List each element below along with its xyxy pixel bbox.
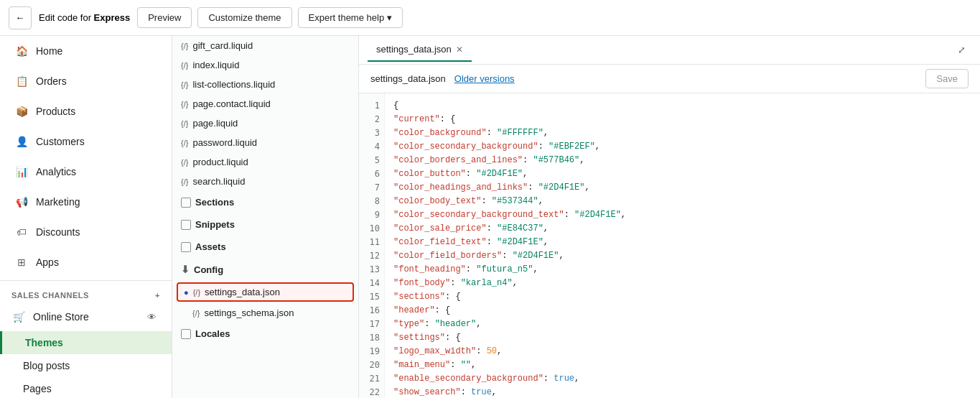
topbar: ← Edit code for Express Preview Customiz… (0, 0, 980, 36)
code-content[interactable]: {"current": {"color_background": "#FFFFF… (385, 93, 980, 398)
list-item[interactable]: {/} search.liquid (172, 172, 358, 191)
line-number: 6 (359, 167, 384, 181)
code-line: "color_headings_and_links": "#2D4F1E", (393, 181, 971, 195)
liquid-file-icon: {/} (181, 139, 188, 147)
code-line: { (393, 99, 971, 113)
sidebar-item-analytics[interactable]: 📊 Analytics (3, 157, 169, 186)
liquid-file-icon: {/} (181, 158, 188, 167)
code-line: "color_field_borders": "#2D4F1E", (393, 249, 971, 263)
line-number: 18 (359, 331, 384, 345)
sidebar-item-label: Customers (36, 136, 85, 147)
list-item-settings-schema[interactable]: {/} settings_schema.json (172, 303, 358, 323)
sidebar-item-pages[interactable]: Pages (0, 377, 172, 398)
online-store-label[interactable]: 🛒 Online Store (11, 310, 89, 324)
folder-sections[interactable]: Sections (172, 191, 358, 213)
code-line: "color_field_text": "#2D4F1E", (393, 236, 971, 249)
folder-assets[interactable]: Assets (172, 236, 358, 258)
apps-icon: ⊞ (14, 255, 29, 269)
sidebar-item-label: Home (36, 45, 62, 57)
liquid-file-icon: {/} (181, 61, 188, 70)
expert-help-button[interactable]: Expert theme help ▾ (298, 7, 403, 28)
main-layout: 🏠 Home 📋 Orders 📦 Products 👤 Customers 📊… (0, 36, 980, 398)
tab-close-button[interactable]: ✕ (456, 45, 463, 55)
sidebar-item-orders[interactable]: 📋 Orders (3, 67, 169, 96)
customize-theme-button[interactable]: Customize theme (197, 7, 291, 28)
save-button[interactable]: Save (925, 69, 969, 88)
liquid-file-icon: {/} (181, 42, 188, 50)
sidebar-item-apps[interactable]: ⊞ Apps (3, 248, 169, 277)
code-line: "font_body": "karla_n4", (393, 277, 971, 290)
back-button[interactable]: ← (9, 6, 32, 29)
line-number: 10 (359, 222, 384, 236)
sales-channels-label: SALES CHANNELS + (0, 284, 172, 302)
line-number: 4 (359, 140, 384, 154)
list-item[interactable]: {/} page.contact.liquid (172, 94, 358, 114)
line-number: 1 (359, 99, 384, 113)
folder-config[interactable]: ⬇ Config (172, 258, 358, 281)
liquid-file-icon: {/} (192, 309, 200, 318)
line-number: 15 (359, 290, 384, 304)
sidebar-item-products[interactable]: 📦 Products (3, 97, 169, 126)
list-item[interactable]: {/} product.liquid (172, 152, 358, 172)
list-item-settings-data[interactable]: ● {/} settings_data.json (177, 282, 354, 302)
line-numbers: 1234567891011121314151617181920212223242… (359, 93, 385, 398)
liquid-file-icon: {/} (181, 80, 188, 89)
analytics-icon: 📊 (14, 165, 29, 179)
sidebar-item-label: Marketing (36, 196, 80, 208)
code-editor[interactable]: 1234567891011121314151617181920212223242… (359, 93, 980, 398)
liquid-file-icon: {/} (181, 119, 188, 128)
code-line: "enable_secondary_background": true, (393, 372, 971, 386)
sidebar-item-marketing[interactable]: 📢 Marketing (3, 188, 169, 216)
home-icon: 🏠 (14, 44, 29, 58)
liquid-file-icon: {/} (181, 100, 188, 108)
list-item[interactable]: {/} password.liquid (172, 133, 358, 152)
line-number: 17 (359, 318, 384, 331)
add-channel-icon[interactable]: + (155, 291, 160, 300)
online-store-row: 🛒 Online Store 👁 (0, 302, 172, 331)
config-download-icon: ⬇ (181, 264, 190, 275)
code-line: "settings": { (393, 331, 971, 345)
folder-checkbox-assets (181, 242, 191, 252)
sidebar-item-blog-posts[interactable]: Blog posts (0, 354, 172, 377)
sidebar: 🏠 Home 📋 Orders 📦 Products 👤 Customers 📊… (0, 36, 172, 398)
code-line: "color_secondary_background": "#EBF2EF", (393, 140, 971, 154)
line-number: 8 (359, 195, 384, 208)
code-line: "type": "header", (393, 318, 971, 331)
sidebar-divider (0, 280, 172, 281)
tab-settings-data[interactable]: settings_data.json ✕ (368, 38, 472, 62)
code-line: "color_borders_and_lines": "#577B46", (393, 154, 971, 167)
folder-locales[interactable]: Locales (172, 323, 358, 345)
line-number: 11 (359, 236, 384, 249)
older-versions-link[interactable]: Older versions (454, 73, 515, 84)
dropdown-arrow-icon: ▾ (387, 12, 392, 23)
sidebar-item-label: Orders (36, 75, 67, 87)
sidebar-item-discounts[interactable]: 🏷 Discounts (3, 218, 169, 246)
topbar-title: Edit code for Express (39, 12, 130, 23)
visibility-toggle[interactable]: 👁 (143, 308, 160, 325)
sidebar-item-home[interactable]: 🏠 Home (3, 37, 169, 65)
list-item[interactable]: {/} index.liquid (172, 55, 358, 75)
line-number: 12 (359, 249, 384, 263)
line-number: 7 (359, 181, 384, 195)
sidebar-item-customers[interactable]: 👤 Customers (3, 127, 169, 156)
code-line: "sections": { (393, 290, 971, 304)
expand-editor-button[interactable]: ⤢ (951, 40, 971, 60)
line-number: 2 (359, 113, 384, 126)
code-line: "color_body_text": "#537344", (393, 195, 971, 208)
liquid-file-icon: {/} (193, 288, 200, 297)
sidebar-item-label: Analytics (36, 166, 76, 177)
list-item[interactable]: {/} page.liquid (172, 114, 358, 133)
list-item[interactable]: {/} list-collections.liquid (172, 75, 358, 94)
folder-snippets[interactable]: Snippets (172, 213, 358, 236)
preview-button[interactable]: Preview (137, 7, 192, 28)
code-line: "main_menu": "", (393, 358, 971, 372)
code-line: "color_background": "#FFFFFF", (393, 126, 971, 140)
folder-checkbox-sections (181, 198, 191, 208)
online-store-icon: 🛒 (11, 310, 26, 324)
liquid-file-icon: {/} (181, 177, 188, 186)
code-line: "color_secondary_background_text": "#2D4… (393, 208, 971, 222)
discounts-icon: 🏷 (14, 225, 29, 239)
list-item[interactable]: {/} gift_card.liquid (172, 36, 358, 55)
sidebar-item-themes[interactable]: Themes (0, 331, 172, 354)
tab-filename: settings_data.json (376, 44, 452, 55)
